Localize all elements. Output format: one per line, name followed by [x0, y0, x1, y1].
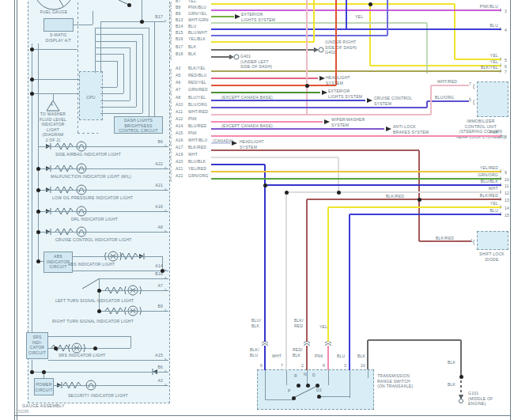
left-pin-arrow-icon: › [164, 17, 167, 25]
connector-pin-id: B15 [176, 30, 183, 36]
wire-label: BLK [448, 360, 455, 365]
junction-dot [140, 20, 144, 24]
left-pin-arrow-icon: › [164, 356, 167, 363]
connector-pin-id: B9 [176, 11, 181, 17]
wire-bluwht [387, 0, 388, 36]
junction-dot [30, 92, 34, 96]
wire-line [149, 28, 149, 116]
wire-line [77, 133, 98, 134]
wire-line [32, 93, 79, 94]
right-pin-number: 3 [505, 9, 507, 14]
gauge-assembly-label: GAUGE ASSEMBLY [22, 403, 65, 409]
wire-line [100, 87, 117, 88]
wire-line [100, 113, 142, 114]
junction-dot [93, 346, 97, 350]
inline-connector-icons [262, 342, 331, 346]
connector-wire-color: GRN/YEL [188, 11, 207, 17]
connector-wire-color: GRN/RED [188, 87, 208, 93]
wire-line [265, 378, 266, 399]
wire-blublk [211, 164, 265, 165]
connector-wire-color: RED/YEL [188, 80, 206, 85]
right-pin-color: BLU [443, 23, 498, 28]
wire-label: BLK [357, 354, 365, 359]
wire-label: ABS INDICATOR LIGHT [68, 262, 115, 267]
wire-line [350, 369, 350, 378]
wire-label: 7 [469, 81, 471, 87]
right-pin-color: YEL [443, 59, 498, 65]
connector-bracket-icon: ( [170, 82, 172, 89]
g101-label: G101 (MIDDLE OF ENGINE) [468, 391, 493, 407]
system-arrow-icon [322, 90, 327, 95]
right-pin-bracket-icon: ) [500, 68, 501, 74]
wire-label: YEL [319, 324, 327, 330]
right-pin-color: YEL [443, 53, 498, 59]
left-pin-id: A16 [133, 204, 163, 210]
wire-blk [211, 49, 318, 51]
system-arrow-icon [367, 98, 372, 103]
wire-line [95, 28, 96, 73]
wire-line [38, 190, 168, 191]
wire-line [54, 385, 168, 386]
right-pin-bracket-icon: ) [500, 204, 501, 210]
connector-pin-id: A22 [176, 173, 183, 179]
wire-blk [211, 56, 232, 58]
wire-line [99, 278, 100, 311]
connector-pin-id: A15 [176, 131, 183, 136]
wire-wht [338, 157, 339, 192]
wire-line [38, 232, 168, 233]
wire-whtred [431, 85, 469, 86]
wire-line [328, 378, 329, 385]
connector-wire-color: BLU [188, 24, 196, 29]
wire-blkred [211, 149, 419, 151]
wire-pnkblu [211, 9, 501, 11]
right-pin-color: PNK/BLU [443, 4, 498, 9]
connector-wire-color: WHT/BLU [188, 138, 207, 143]
wire-label: (EXCEPT CANADA BASE) [221, 123, 273, 129]
wire-grnred [211, 92, 320, 93]
wire-label: EXTERIOR LIGHTS SYSTEM [241, 12, 275, 22]
junction-dot [292, 396, 296, 400]
right-pin-bracket-icon: ) [500, 211, 501, 218]
connector-pin-id: A11 [176, 109, 183, 115]
wire-blkred [306, 346, 308, 370]
wire-redyel [335, 0, 337, 85]
wire-line [99, 290, 168, 291]
right-pin-color: WHT [443, 186, 498, 191]
wire-label: ( [473, 82, 475, 89]
connector-bracket-icon: ( [170, 112, 172, 119]
junction-dot [317, 395, 321, 399]
wire-label: EXTERIOR LIGHTS SYSTEM [328, 89, 362, 99]
right-pin-bracket-icon: ) [500, 189, 501, 195]
wire-label: A [51, 103, 53, 108]
page-border-right [510, 0, 511, 420]
wire-line [286, 378, 287, 385]
wire-yel [211, 41, 314, 43]
right-pin-number: 14 [505, 206, 509, 211]
wire-label: BLU/ORG [435, 95, 454, 100]
wire-label: BLK [448, 382, 455, 388]
wire-yel [313, 0, 315, 42]
left-pin-id: B6 [133, 365, 163, 370]
connector-pin-id: A16 [176, 138, 183, 143]
wire-label: BLU [337, 354, 345, 359]
wire-redblu [211, 78, 318, 79]
shift-lock-diode-box [477, 231, 508, 250]
wire-line [154, 21, 155, 116]
right-pin-color: BLU [443, 208, 498, 214]
connector-bracket-icon: ( [170, 176, 172, 183]
connector-bracket-icon: ( [170, 140, 172, 147]
wire-label: HEADLIGHT SYSTEM [240, 139, 264, 149]
right-pin-color: BLK/YEL [443, 65, 498, 70]
wire-line [117, 61, 118, 87]
smatic-display-box [43, 18, 74, 32]
connector-bracket-icon: ( [170, 97, 172, 104]
wire-line [93, 11, 93, 25]
wire-label: SECURITY INDICATOR LIGHT [68, 393, 128, 399]
wiring-diagram: CPU DASH LIGHTS BRIGHTNESS CONTROL CIRCU… [0, 0, 514, 420]
right-pin-color: BLK/RED [443, 193, 498, 199]
connector-bracket-icon: ( [170, 47, 172, 54]
connector-pin-id: A14 [176, 123, 183, 129]
right-pin-bracket-icon: ) [500, 196, 501, 202]
wire-line [136, 41, 137, 107]
connector-wire-color: BLK/YEL [188, 66, 206, 71]
